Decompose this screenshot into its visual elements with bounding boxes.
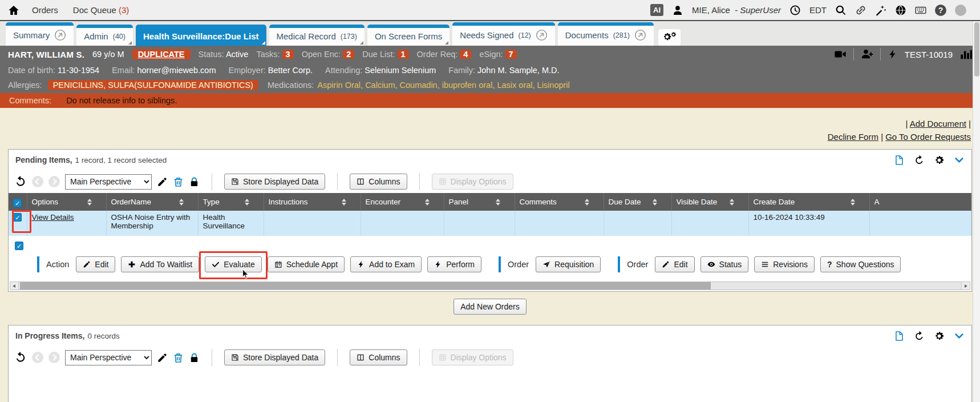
perform-button[interactable]: Perform — [427, 256, 481, 272]
nav-orders[interactable]: Orders — [32, 5, 58, 15]
tab-summary[interactable]: Summary — [6, 22, 74, 46]
link-icon[interactable] — [855, 5, 866, 16]
select-all-checkbox[interactable] — [13, 199, 22, 207]
sort-icon[interactable] — [342, 199, 347, 206]
columns-button[interactable]: Columns — [350, 349, 407, 365]
tab-on-screen-forms[interactable]: On Screen Forms — [367, 25, 449, 46]
sort-icon[interactable] — [653, 199, 658, 206]
filter-icon[interactable] — [434, 199, 441, 206]
column-header[interactable]: Type — [203, 198, 245, 206]
reset-icon[interactable] — [14, 175, 27, 188]
filter-icon[interactable] — [860, 199, 866, 206]
column-header[interactable]: Create Date — [754, 198, 851, 206]
add-document-link[interactable]: Add Document — [910, 119, 966, 128]
order-req-pair[interactable]: Order Req: 4 — [417, 50, 472, 59]
scrollbar-thumb[interactable] — [20, 282, 711, 290]
sort-icon[interactable] — [245, 199, 250, 206]
user-name[interactable]: MIE, Alice - SuperUser — [692, 5, 781, 15]
decline-form-link[interactable]: Decline Form — [828, 132, 878, 142]
expanded-row-checkbox[interactable] — [15, 242, 23, 250]
lock-icon[interactable] — [189, 176, 200, 187]
filter-icon[interactable] — [254, 199, 261, 206]
wand-icon[interactable] — [875, 5, 886, 16]
edit-button[interactable]: Edit — [76, 256, 115, 272]
perspective-select[interactable]: Main Perspective — [65, 174, 152, 190]
due-list-pair[interactable]: Due List: 1 — [362, 50, 408, 59]
store-displayed-data-button[interactable]: Store Displayed Data — [224, 349, 325, 365]
home-icon[interactable] — [8, 5, 19, 16]
tab-documents[interactable]: Documents(281) — [558, 22, 654, 46]
bolt-icon[interactable] — [888, 48, 898, 61]
go-to-order-requests-link[interactable]: Go To Order Requests — [885, 132, 971, 142]
help-icon[interactable]: ? — [935, 5, 946, 16]
tab-health-surveillance-due-list[interactable]: Health Surveillance:Due List — [136, 25, 266, 46]
sort-icon[interactable] — [179, 199, 184, 206]
filter-icon[interactable] — [505, 199, 512, 206]
edit-order-button[interactable]: Edit — [655, 256, 694, 272]
column-header[interactable]: Due Date — [609, 198, 653, 206]
add-to-waitlist-button[interactable]: Add To Waitlist — [121, 256, 199, 272]
scroll-right-arrow[interactable] — [961, 282, 970, 290]
sort-icon[interactable] — [425, 199, 430, 206]
duplicate-badge[interactable]: DUPLICATE — [132, 49, 191, 59]
open-new-window-icon[interactable] — [536, 29, 548, 41]
gear-icon[interactable] — [934, 155, 945, 166]
add-person-icon[interactable] — [861, 48, 873, 61]
requisition-button[interactable]: Requisition — [536, 256, 601, 272]
collapse-chevron-icon[interactable] — [954, 331, 965, 341]
page-scrollbar[interactable] — [973, 21, 980, 402]
open-enc-pair[interactable]: Open Enc: 2 — [302, 50, 355, 59]
lock-icon[interactable] — [189, 352, 200, 363]
open-new-window-icon[interactable] — [54, 29, 66, 41]
open-new-window-icon[interactable] — [634, 29, 646, 41]
collapse-chevron-icon[interactable] — [954, 155, 965, 166]
delete-perspective-icon[interactable] — [173, 352, 184, 363]
filter-icon[interactable] — [351, 199, 358, 206]
filter-icon[interactable] — [662, 199, 669, 206]
status-button[interactable]: Status — [700, 256, 749, 272]
columns-button[interactable]: Columns — [350, 174, 407, 190]
view-details-link[interactable]: View Details — [32, 213, 74, 222]
nav-doc-queue[interactable]: Doc Queue (3) — [73, 5, 129, 15]
reset-icon[interactable] — [14, 351, 27, 364]
store-displayed-data-button[interactable]: Store Displayed Data — [224, 174, 325, 190]
sort-icon[interactable] — [851, 199, 856, 206]
sort-icon[interactable] — [496, 199, 501, 206]
evaluate-button[interactable]: Evaluate — [205, 256, 261, 272]
edit-perspective-icon[interactable] — [157, 176, 168, 187]
tab-medical-record[interactable]: Medical Record(173) — [269, 25, 365, 46]
perspective-select[interactable]: Main Perspective — [65, 350, 152, 365]
filter-icon[interactable] — [594, 199, 601, 206]
add-new-orders-button[interactable]: Add New Orders — [453, 299, 526, 315]
add-to-exam-button[interactable]: Add to Exam — [350, 256, 422, 272]
refresh-icon[interactable] — [914, 155, 925, 166]
pending-item-row[interactable]: View Details OSHA Noise Entry with Membe… — [9, 211, 971, 236]
tab-needs-signed[interactable]: Needs Signed(12) — [452, 22, 554, 46]
sort-icon[interactable] — [730, 199, 735, 206]
delete-perspective-icon[interactable] — [173, 176, 184, 187]
allergies-value[interactable]: PENICILLINS, SULFA(SULFONAMIDE ANTIBIOTI… — [48, 80, 258, 90]
tab-settings-button[interactable] — [658, 29, 681, 46]
revisions-button[interactable]: Revisions — [754, 256, 815, 272]
column-header[interactable]: Comments — [520, 198, 585, 206]
esign-pair[interactable]: eSign: 7 — [479, 50, 516, 59]
refresh-icon[interactable] — [914, 331, 925, 341]
document-icon[interactable] — [894, 331, 905, 341]
column-header[interactable]: Panel — [449, 198, 496, 206]
sort-icon[interactable] — [585, 199, 590, 206]
show-questions-button[interactable]: ?Show Questions — [820, 256, 901, 272]
horizontal-scrollbar[interactable] — [10, 282, 970, 290]
bar-chart-icon[interactable] — [959, 48, 972, 61]
filter-icon[interactable] — [188, 199, 195, 206]
scroll-left-arrow[interactable] — [10, 282, 19, 290]
column-header[interactable]: Visible Date — [677, 198, 730, 206]
filter-icon[interactable] — [96, 199, 103, 206]
edit-perspective-icon[interactable] — [157, 352, 168, 363]
tasks-pair[interactable]: Tasks: 3 — [256, 50, 293, 59]
column-header[interactable]: Instructions — [269, 198, 342, 206]
column-header[interactable]: Encounter — [366, 198, 425, 206]
sort-icon[interactable] — [87, 199, 92, 206]
keyboard-icon[interactable] — [915, 5, 926, 16]
video-camera-icon[interactable] — [834, 48, 847, 61]
document-icon[interactable] — [894, 155, 905, 166]
